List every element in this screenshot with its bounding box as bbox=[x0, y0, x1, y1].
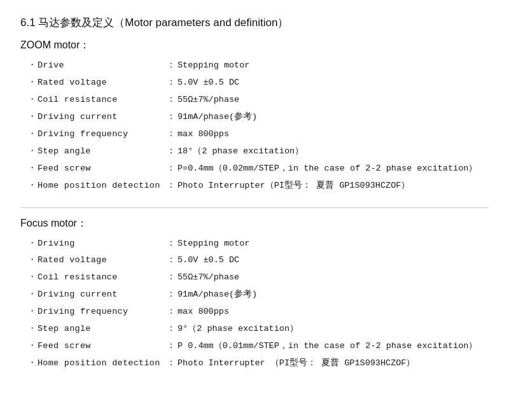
bullet-icon: ・ bbox=[28, 237, 36, 251]
param-value: 5.0V ±0.5 DC bbox=[178, 76, 489, 90]
param-value: 5.0V ±0.5 DC bbox=[178, 253, 489, 268]
param-row: ・Driving：Stepping motor bbox=[28, 237, 489, 251]
param-name: Step angle bbox=[38, 322, 165, 337]
param-row: ・Home position detection：Photo Interrupt… bbox=[28, 179, 489, 193]
bullet-icon: ・ bbox=[28, 76, 36, 90]
param-value: max 800pps bbox=[178, 305, 489, 319]
bullet-icon: ・ bbox=[28, 356, 36, 370]
param-separator: ： bbox=[165, 339, 178, 354]
param-separator: ： bbox=[165, 322, 178, 337]
param-name: Driving frequency bbox=[38, 305, 165, 319]
bullet-icon: ・ bbox=[28, 110, 36, 124]
param-name: Rated voltage bbox=[38, 253, 165, 268]
param-separator: ： bbox=[165, 93, 178, 108]
bullet-icon: ・ bbox=[28, 179, 36, 193]
param-name: Home position detection bbox=[38, 356, 165, 371]
focus-motor-title: Focus motor： bbox=[20, 217, 489, 230]
section-divider bbox=[20, 207, 489, 208]
zoom-motor-params: ・Drive：Stepping motor・Rated voltage：5.0V… bbox=[28, 59, 489, 193]
param-name: Rated voltage bbox=[38, 76, 165, 90]
param-row: ・Coil resistance：55Ω±7%/phase bbox=[28, 93, 489, 108]
param-row: ・Driving frequency：max 800pps bbox=[28, 127, 489, 142]
bullet-icon: ・ bbox=[28, 144, 36, 158]
zoom-motor-section: ZOOM motor： ・Drive：Stepping motor・Rated … bbox=[20, 39, 489, 193]
param-value: 55Ω±7%/phase bbox=[178, 270, 489, 285]
focus-motor-section: Focus motor： ・Driving：Stepping motor・Rat… bbox=[20, 217, 489, 372]
param-separator: ： bbox=[165, 305, 178, 319]
param-name: Feed screw bbox=[38, 162, 165, 176]
param-value: Photo Interrupter（PI型号： 夏普 GP1S093HCZOF） bbox=[178, 179, 489, 193]
param-value: 91mA/phase(参考) bbox=[178, 288, 489, 302]
param-separator: ： bbox=[165, 110, 178, 125]
bullet-icon: ・ bbox=[28, 93, 36, 107]
param-separator: ： bbox=[165, 59, 178, 73]
param-row: ・Rated voltage：5.0V ±0.5 DC bbox=[28, 76, 489, 90]
param-row: ・Home position detection：Photo Interrupt… bbox=[28, 356, 489, 371]
param-separator: ： bbox=[165, 270, 178, 285]
param-separator: ： bbox=[165, 253, 178, 268]
param-name: Coil resistance bbox=[38, 93, 165, 108]
param-name: Drive bbox=[38, 59, 165, 73]
param-name: Driving current bbox=[38, 288, 165, 302]
param-value: max 800pps bbox=[178, 127, 489, 142]
bullet-icon: ・ bbox=[28, 162, 36, 176]
param-name: Driving frequency bbox=[38, 127, 165, 142]
focus-motor-params: ・Driving：Stepping motor・Rated voltage：5.… bbox=[28, 237, 489, 372]
bullet-icon: ・ bbox=[28, 288, 36, 302]
bullet-icon: ・ bbox=[28, 322, 36, 336]
section-title: 6.1 马达参数及定义（Motor parameters and definit… bbox=[20, 15, 489, 30]
param-value: P 0.4mm（0.01mm/STEP，in the case of 2-2 p… bbox=[178, 339, 489, 354]
param-separator: ： bbox=[165, 76, 178, 90]
param-separator: ： bbox=[165, 127, 178, 142]
bullet-icon: ・ bbox=[28, 270, 36, 284]
bullet-icon: ・ bbox=[28, 127, 36, 141]
param-separator: ： bbox=[165, 179, 178, 193]
param-value: 18°（2 phase excitation） bbox=[178, 144, 489, 159]
param-name: Home position detection bbox=[38, 179, 165, 193]
param-row: ・Driving current：91mA/phase(参考) bbox=[28, 110, 489, 125]
param-row: ・Step angle：18°（2 phase excitation） bbox=[28, 144, 489, 159]
param-separator: ： bbox=[165, 162, 178, 176]
param-row: ・Rated voltage：5.0V ±0.5 DC bbox=[28, 253, 489, 268]
param-value: Stepping motor bbox=[178, 237, 489, 251]
param-separator: ： bbox=[165, 356, 178, 371]
param-separator: ： bbox=[165, 237, 178, 251]
bullet-icon: ・ bbox=[28, 59, 36, 73]
param-separator: ： bbox=[165, 288, 178, 302]
param-value: P=0.4mm（0.02mm/STEP，in the case of 2-2 p… bbox=[178, 162, 489, 176]
param-name: Feed screw bbox=[38, 339, 165, 354]
param-row: ・Coil resistance：55Ω±7%/phase bbox=[28, 270, 489, 285]
param-separator: ： bbox=[165, 144, 178, 159]
param-row: ・Drive：Stepping motor bbox=[28, 59, 489, 73]
param-name: Driving bbox=[38, 237, 165, 251]
param-row: ・Driving frequency：max 800pps bbox=[28, 305, 489, 319]
param-row: ・Driving current：91mA/phase(参考) bbox=[28, 288, 489, 302]
bullet-icon: ・ bbox=[28, 253, 36, 267]
param-value: 91mA/phase(参考) bbox=[178, 110, 489, 125]
param-value: Stepping motor bbox=[178, 59, 489, 73]
param-row: ・Step angle：9°（2 phase excitation） bbox=[28, 322, 489, 337]
zoom-motor-title: ZOOM motor： bbox=[20, 39, 489, 52]
param-name: Coil resistance bbox=[38, 270, 165, 285]
param-value: Photo Interrupter （PI型号： 夏普 GP1S093HCZOF… bbox=[178, 356, 489, 371]
param-value: 55Ω±7%/phase bbox=[178, 93, 489, 108]
param-name: Driving current bbox=[38, 110, 165, 125]
bullet-icon: ・ bbox=[28, 305, 36, 319]
param-value: 9°（2 phase excitation） bbox=[178, 322, 489, 337]
param-row: ・Feed screw：P 0.4mm（0.01mm/STEP，in the c… bbox=[28, 339, 489, 354]
param-name: Step angle bbox=[38, 144, 165, 159]
param-row: ・Feed screw：P=0.4mm（0.02mm/STEP，in the c… bbox=[28, 162, 489, 176]
bullet-icon: ・ bbox=[28, 339, 36, 353]
